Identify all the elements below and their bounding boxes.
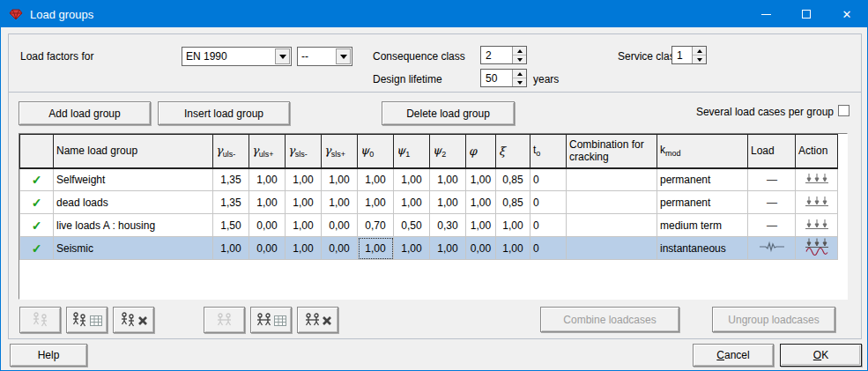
cell-value[interactable]: 1,00	[394, 168, 430, 191]
minimize-button[interactable]	[746, 1, 786, 27]
cell-value[interactable]: 1,00	[249, 168, 286, 191]
cell-value[interactable]: 0,00	[249, 237, 286, 260]
cell-value-focused[interactable]: 1,00	[358, 237, 394, 260]
cell-value[interactable]: 0,00	[322, 214, 358, 237]
cell-value[interactable]: 1,00	[466, 191, 496, 214]
cell-value[interactable]: 0	[530, 191, 567, 214]
cell-value[interactable]: 0,85	[496, 168, 530, 191]
col-t0: to	[530, 135, 567, 168]
cell-value[interactable]: 0	[530, 237, 567, 260]
consequence-class-spinner[interactable]: 2	[480, 46, 527, 64]
annex-combobox[interactable]: --	[297, 47, 352, 66]
cell-value[interactable]: 1,00	[358, 168, 394, 191]
cell-value[interactable]: 1,00	[430, 191, 466, 214]
cancel-button[interactable]: Cancel	[693, 344, 774, 367]
cell-value[interactable]: 1,00	[286, 191, 322, 214]
insert-load-group-button[interactable]: Insert load group	[158, 101, 290, 125]
cell-value[interactable]: 1,00	[358, 191, 394, 214]
ok-button[interactable]: OK	[780, 344, 862, 367]
cell-value[interactable]: 1,00	[286, 168, 322, 191]
cell-value[interactable]: 1,50	[213, 214, 249, 237]
cell-value[interactable]: 1,00	[394, 237, 430, 260]
maximize-button[interactable]	[786, 1, 827, 27]
cell-value[interactable]: 1,00	[430, 237, 466, 260]
col-gamma-uls-plus: γuls+	[249, 135, 286, 168]
cell-kmod[interactable]: medium term	[657, 214, 748, 237]
delete-group-loadcases-button[interactable]	[113, 307, 154, 333]
table-row-live-loads[interactable]: ✓ live loads A : housing 1,50 0,00 1,00 …	[20, 214, 838, 237]
cell-value[interactable]: 0,00	[249, 214, 286, 237]
code-combobox-dropdown[interactable]	[275, 48, 290, 64]
spinner-down-button[interactable]	[513, 78, 526, 86]
design-lifetime-value[interactable]: 50	[481, 70, 512, 86]
table-row-dead-loads[interactable]: ✓ dead loads 1,35 1,00 1,00 1,00 1,00 1,…	[20, 191, 838, 214]
spinner-up-button[interactable]	[513, 47, 526, 55]
consequence-class-label: Consequence class	[373, 49, 465, 63]
cell-value[interactable]: 1,00	[496, 237, 530, 260]
app-gem-icon	[9, 7, 23, 21]
consequence-class-value[interactable]: 2	[481, 47, 512, 63]
annex-combobox-value: --	[298, 50, 335, 63]
cell-value[interactable]: 0	[530, 214, 567, 237]
combine-pair-table-button[interactable]	[250, 307, 292, 333]
cell-value[interactable]: 1,00	[213, 237, 249, 260]
annex-combobox-dropdown[interactable]	[336, 48, 351, 64]
service-class-spinner[interactable]: 1	[671, 46, 707, 64]
spinner-up-button[interactable]	[513, 70, 526, 78]
cell-value[interactable]: 1,00	[249, 191, 286, 214]
spinner-up-button[interactable]	[693, 47, 706, 55]
cell-value[interactable]: 0,00	[322, 237, 358, 260]
several-load-cases-checkbox[interactable]	[838, 105, 849, 116]
cell-value[interactable]: 1,00	[322, 168, 358, 191]
cell-kmod[interactable]: permanent	[657, 168, 748, 191]
arrow-up-icon	[697, 49, 702, 53]
cell-kmod[interactable]: instantaneous	[657, 237, 748, 260]
design-lifetime-spinner[interactable]: 50	[480, 69, 527, 87]
cell-value[interactable]: 1,00	[496, 214, 530, 237]
close-button[interactable]: ✕	[827, 1, 867, 27]
cell-value[interactable]: 1,00	[286, 237, 322, 260]
group-figures-icon	[31, 312, 50, 328]
cell-kmod[interactable]: permanent	[657, 191, 748, 214]
cell-cracking[interactable]	[567, 168, 657, 191]
cell-name[interactable]: Seismic	[54, 237, 213, 260]
table-row-seismic[interactable]: ✓ Seismic 1,00 0,00 1,00 0,00 1,00 1,00 …	[20, 237, 838, 260]
cell-name[interactable]: Selfweight	[54, 168, 213, 191]
cell-value[interactable]: 0,50	[394, 214, 430, 237]
years-label: years	[533, 72, 559, 86]
cell-value[interactable]: 0,70	[358, 214, 394, 237]
col-psi0: ψ0	[358, 135, 394, 168]
cell-cracking[interactable]	[567, 214, 657, 237]
cell-value[interactable]: 1,00	[466, 214, 496, 237]
cell-name[interactable]: dead loads	[54, 191, 213, 214]
load-groups-dialog: Load groups ✕ Load factors for EN 1990 -…	[0, 0, 868, 371]
help-button[interactable]: Help	[10, 344, 87, 367]
code-combobox[interactable]: EN 1990	[182, 47, 292, 66]
check-icon: ✓	[32, 196, 42, 210]
delete-pair-button[interactable]	[297, 307, 338, 333]
cell-value[interactable]: 1,35	[213, 191, 249, 214]
cell-value[interactable]: 1,00	[322, 191, 358, 214]
cell-value[interactable]: 1,35	[213, 168, 249, 191]
cell-value[interactable]: 0,30	[430, 214, 466, 237]
col-psi1: ψ1	[394, 135, 430, 168]
cell-name[interactable]: live loads A : housing	[54, 214, 213, 237]
no-load-icon: —	[767, 174, 776, 186]
cell-cracking[interactable]	[567, 191, 657, 214]
cell-value[interactable]: 1,00	[286, 214, 322, 237]
cell-value[interactable]: 0,85	[496, 191, 530, 214]
cell-value[interactable]: 0	[530, 168, 567, 191]
cell-value[interactable]: 1,00	[430, 168, 466, 191]
cell-value[interactable]: 0,00	[466, 237, 496, 260]
delete-load-group-button[interactable]: Delete load group	[382, 101, 515, 125]
col-psi2: ψ2	[430, 135, 466, 168]
table-row-selfweight[interactable]: ✓ Selfweight 1,35 1,00 1,00 1,00 1,00 1,…	[20, 168, 838, 191]
add-load-group-button[interactable]: Add load group	[19, 101, 151, 125]
cell-cracking[interactable]	[567, 237, 657, 260]
service-class-value[interactable]: 1	[672, 47, 692, 63]
cell-value[interactable]: 1,00	[394, 191, 430, 214]
spinner-down-button[interactable]	[513, 55, 526, 63]
spinner-down-button[interactable]	[693, 55, 706, 63]
group-loadcases-table-button[interactable]	[66, 307, 108, 333]
cell-value[interactable]: 1,00	[466, 168, 496, 191]
